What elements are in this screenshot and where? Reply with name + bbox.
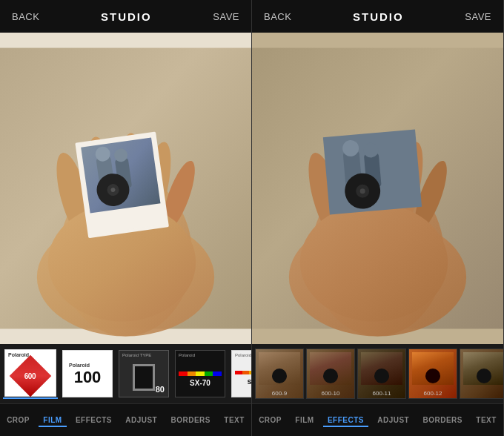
film-item-spec[interactable]: Polaroid spec bbox=[230, 349, 251, 399]
film-item-100[interactable]: Polaroid 100 bbox=[61, 349, 114, 399]
left-tool-borders[interactable]: BORDERS bbox=[167, 413, 216, 427]
right-tool-film[interactable]: FILM bbox=[291, 413, 318, 427]
left-panel: BACK STUDIO SAVE bbox=[0, 0, 252, 436]
right-tool-borders[interactable]: BORDERS bbox=[419, 413, 468, 427]
left-save-button[interactable]: SAVE bbox=[213, 11, 239, 22]
right-header: BACK STUDIO SAVE bbox=[252, 0, 503, 33]
left-back-button[interactable]: BACK bbox=[12, 11, 39, 22]
left-tool-effects[interactable]: EFFECTS bbox=[71, 413, 116, 427]
effect-item-600-9[interactable]: 600-9 bbox=[255, 349, 304, 399]
right-panel: BACK STUDIO SAVE bbox=[252, 0, 504, 436]
effect-item-600-13[interactable] bbox=[460, 349, 503, 399]
film-item-sx70[interactable]: Polaroid SX-70 bbox=[173, 349, 227, 399]
left-header: BACK STUDIO SAVE bbox=[0, 0, 251, 33]
right-back-button[interactable]: BACK bbox=[264, 11, 291, 22]
right-photo-area bbox=[252, 33, 503, 344]
right-save-button[interactable]: SAVE bbox=[465, 11, 491, 22]
left-tool-text[interactable]: TEXT bbox=[219, 413, 249, 427]
right-toolbar: CROP FILM EFFECTS ADJUST BORDERS TEXT bbox=[252, 403, 503, 436]
effect-item-600-10[interactable]: 600-10 bbox=[306, 349, 355, 399]
left-tool-film[interactable]: FILM bbox=[39, 413, 66, 427]
effect-item-600-12[interactable]: 600-12 bbox=[408, 349, 457, 399]
right-tool-text[interactable]: TEXT bbox=[471, 413, 501, 427]
film-item-600[interactable]: Polaroid 600 bbox=[3, 349, 58, 399]
right-tool-crop[interactable]: CROP bbox=[254, 413, 286, 427]
left-studio-title: STUDIO bbox=[101, 10, 152, 23]
left-tool-crop[interactable]: CROP bbox=[2, 413, 34, 427]
right-studio-title: STUDIO bbox=[353, 10, 404, 23]
left-photo-area bbox=[0, 33, 251, 344]
right-effects-strip: 600-9 600-10 600-11 600-12 bbox=[252, 344, 503, 403]
left-toolbar: CROP FILM EFFECTS ADJUST BORDERS TEXT bbox=[0, 403, 251, 436]
effect-item-600-11[interactable]: 600-11 bbox=[357, 349, 406, 399]
film-item-80[interactable]: Polaroid TYPE 80 bbox=[117, 349, 170, 399]
left-film-strip: Polaroid 600 Polaroid 100 Polaroid TYPE … bbox=[0, 344, 251, 403]
svg-point-27 bbox=[300, 203, 448, 322]
left-tool-adjust[interactable]: ADJUST bbox=[121, 413, 162, 427]
right-tool-adjust[interactable]: ADJUST bbox=[373, 413, 414, 427]
right-tool-effects[interactable]: EFFECTS bbox=[323, 413, 368, 427]
